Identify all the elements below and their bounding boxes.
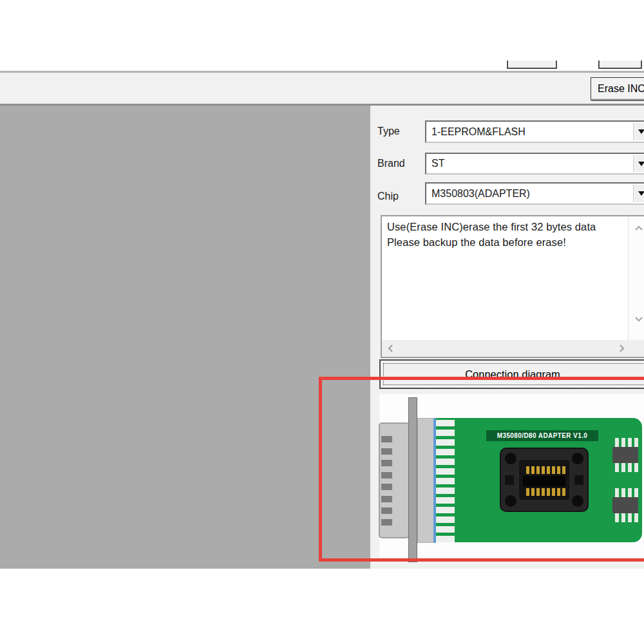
brand-combobox[interactable]: ST xyxy=(425,153,644,175)
vertical-scrollbar[interactable] xyxy=(628,216,644,340)
brand-combobox-value: ST xyxy=(431,158,444,169)
brand-dropdown-button[interactable] xyxy=(633,155,644,172)
app-window: Erase INC Type 1-EEPROM&FLASH Brand ST C… xyxy=(0,0,644,644)
info-text-line1: Use(Erase INC)erase the first 32 bytes d… xyxy=(387,221,596,233)
chip-combobox-value: M350803(ADAPTER) xyxy=(431,188,530,200)
horizontal-scrollbar[interactable] xyxy=(382,340,644,357)
button-bar xyxy=(0,73,644,104)
chip-label: Chip xyxy=(377,191,422,202)
type-label: Type xyxy=(377,126,422,137)
chip-dropdown-button[interactable] xyxy=(633,185,644,202)
scroll-up-icon[interactable] xyxy=(634,224,643,233)
type-combobox[interactable]: 1-EEPROM&FLASH xyxy=(425,120,644,143)
chip-info-textarea[interactable]: Use(Erase INC)erase the first 32 bytes d… xyxy=(381,215,644,358)
workspace-gray-panel xyxy=(0,106,370,569)
scroll-down-icon[interactable] xyxy=(634,314,643,323)
toolbar-partial-button-1[interactable] xyxy=(507,61,557,69)
type-dropdown-button[interactable] xyxy=(633,123,644,140)
toolbar-partial-button-2[interactable] xyxy=(598,61,642,69)
brand-label: Brand xyxy=(377,158,422,169)
chip-combobox[interactable]: M350803(ADAPTER) xyxy=(425,182,644,205)
scroll-left-icon[interactable] xyxy=(386,344,395,353)
chevron-down-icon xyxy=(638,191,644,196)
chevron-down-icon xyxy=(638,162,644,166)
scroll-right-icon[interactable] xyxy=(617,344,626,353)
type-combobox-value: 1-EEPROM&FLASH xyxy=(431,126,526,138)
erase-inc-button[interactable]: Erase INC xyxy=(591,77,644,100)
red-highlight-rectangle xyxy=(319,377,644,562)
info-text-line2: Please backup the data before erase! xyxy=(387,236,566,249)
chevron-down-icon xyxy=(638,129,644,134)
